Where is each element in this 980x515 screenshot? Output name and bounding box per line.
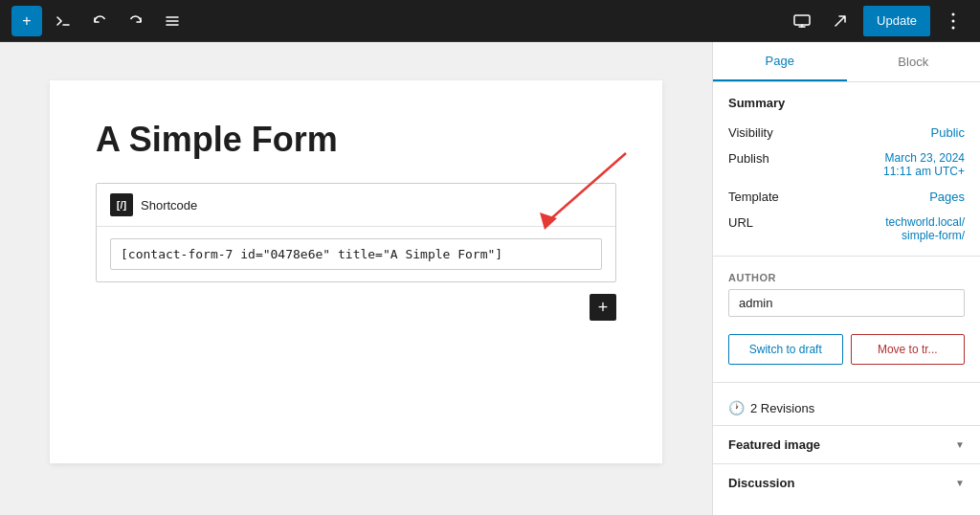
visibility-label: Visibility — [728, 125, 795, 140]
revisions-icon: 🕐 — [728, 400, 745, 415]
svg-rect-4 — [794, 15, 810, 25]
document-overview-button[interactable] — [157, 6, 188, 36]
discussion-section: Discussion ▼ — [713, 463, 980, 502]
update-button[interactable]: Update — [863, 6, 930, 36]
publish-label: Publish — [728, 151, 795, 166]
revisions-text: 2 Revisions — [750, 401, 814, 415]
featured-image-header[interactable]: Featured image ▼ — [713, 426, 980, 463]
revisions-section[interactable]: 🕐 2 Revisions — [713, 391, 980, 425]
editor-content: A Simple Form [/] Shortcode — [50, 80, 662, 463]
sidebar: Page Block Summary Visibility Public Pub… — [712, 42, 980, 515]
toolbar: + — [0, 0, 980, 42]
url-row: URL techworld.local/ simple-form/ — [713, 210, 980, 248]
shortcode-block-icon: [/] — [110, 193, 133, 216]
visibility-value[interactable]: Public — [931, 125, 965, 140]
discussion-header[interactable]: Discussion ▼ — [713, 464, 980, 502]
featured-image-title: Featured image — [728, 437, 820, 452]
featured-image-section: Featured image ▼ — [713, 425, 980, 463]
add-block-bottom: + — [96, 294, 616, 321]
publish-row: Publish March 23, 2024 11:11 am UTC+ — [713, 146, 980, 184]
shortcode-input[interactable] — [110, 238, 602, 270]
shortcode-label: Shortcode — [141, 198, 197, 213]
preview-button[interactable] — [787, 6, 817, 36]
url-label: URL — [728, 215, 795, 230]
switch-to-draft-button[interactable]: Switch to draft — [728, 334, 843, 365]
author-input[interactable] — [728, 289, 965, 317]
featured-image-chevron: ▼ — [955, 439, 965, 450]
template-label: Template — [728, 190, 795, 204]
visibility-row: Visibility Public — [713, 120, 980, 146]
options-button[interactable] — [938, 6, 969, 36]
tab-block[interactable]: Block — [847, 42, 981, 81]
undo-button[interactable] — [84, 6, 115, 36]
sidebar-summary-section: Summary Visibility Public Publish March … — [713, 82, 980, 248]
template-row: Template Pages — [713, 184, 980, 210]
redo-button[interactable] — [121, 6, 151, 36]
editor-area: A Simple Form [/] Shortcode — [0, 42, 712, 515]
page-title: A Simple Form — [96, 119, 616, 160]
discussion-chevron: ▼ — [955, 478, 965, 488]
svg-point-8 — [952, 19, 955, 22]
divider-1 — [713, 256, 980, 257]
view-post-button[interactable] — [825, 6, 856, 36]
shortcode-input-area — [97, 227, 615, 281]
sidebar-tabs: Page Block — [713, 42, 980, 82]
main-area: A Simple Form [/] Shortcode — [0, 42, 980, 515]
shortcode-block[interactable]: [/] Shortcode — [96, 183, 616, 282]
svg-point-9 — [952, 26, 955, 29]
add-block-button[interactable]: + — [11, 6, 42, 36]
svg-point-7 — [952, 12, 955, 15]
author-section: AUTHOR — [713, 264, 980, 325]
url-value[interactable]: techworld.local/ simple-form/ — [885, 215, 965, 242]
add-block-bottom-button[interactable]: + — [590, 294, 616, 321]
publish-value[interactable]: March 23, 2024 11:11 am UTC+ — [883, 151, 965, 178]
author-label: AUTHOR — [728, 272, 965, 283]
tab-page[interactable]: Page — [713, 42, 847, 81]
template-value[interactable]: Pages — [929, 190, 965, 204]
sidebar-actions: Switch to draft Move to tr... — [713, 325, 980, 374]
summary-title: Summary — [713, 82, 980, 120]
tools-button[interactable] — [48, 6, 78, 36]
move-to-trash-button[interactable]: Move to tr... — [851, 334, 966, 365]
shortcode-header: [/] Shortcode — [97, 184, 615, 227]
divider-2 — [713, 382, 980, 383]
discussion-title: Discussion — [728, 476, 794, 490]
